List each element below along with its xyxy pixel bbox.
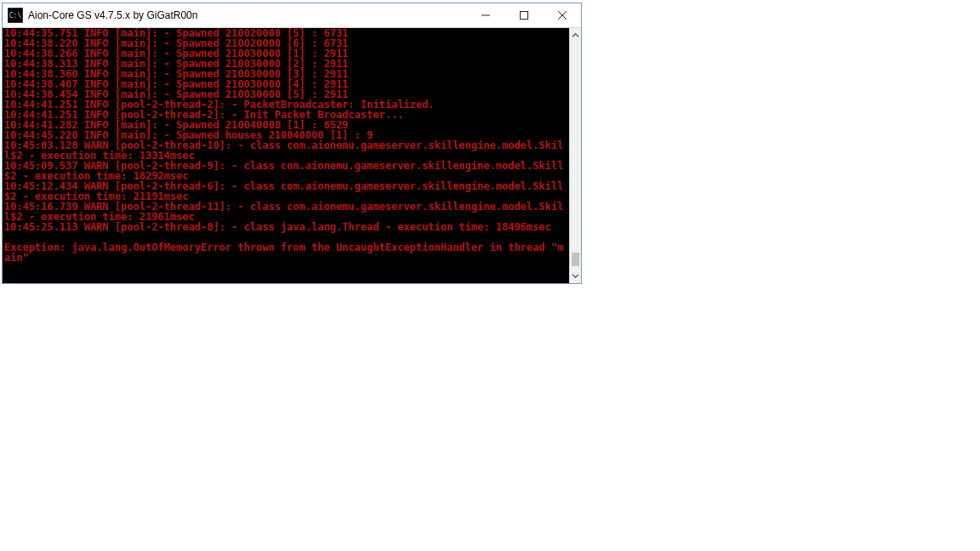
scrollbar-thumb[interactable] bbox=[572, 253, 579, 266]
chevron-down-icon bbox=[572, 272, 579, 280]
window-title: Aion-Core GS v4.7.5.x by GiGatR00n bbox=[28, 9, 466, 21]
console-output[interactable]: 10:44:35.751 INFO [main]: - Spawned 2100… bbox=[3, 28, 569, 283]
window-controls bbox=[466, 3, 581, 27]
scrollbar-track[interactable] bbox=[570, 43, 581, 269]
app-icon: C:\ bbox=[8, 8, 23, 23]
scroll-up-button[interactable] bbox=[570, 28, 581, 43]
client-area: 10:44:35.751 INFO [main]: - Spawned 2100… bbox=[3, 28, 581, 283]
svg-rect-0 bbox=[520, 12, 527, 20]
titlebar[interactable]: C:\ Aion-Core GS v4.7.5.x by GiGatR00n bbox=[3, 3, 581, 28]
minimize-icon bbox=[481, 11, 490, 20]
console-window: C:\ Aion-Core GS v4.7.5.x by GiGatR00n 1… bbox=[2, 3, 582, 284]
vertical-scrollbar[interactable] bbox=[569, 28, 581, 283]
maximize-icon bbox=[520, 11, 528, 20]
close-icon bbox=[558, 11, 567, 20]
close-button[interactable] bbox=[543, 3, 581, 27]
scroll-down-button[interactable] bbox=[570, 269, 581, 283]
minimize-button[interactable] bbox=[466, 3, 504, 27]
chevron-up-icon bbox=[572, 31, 579, 39]
maximize-button[interactable] bbox=[504, 3, 543, 27]
